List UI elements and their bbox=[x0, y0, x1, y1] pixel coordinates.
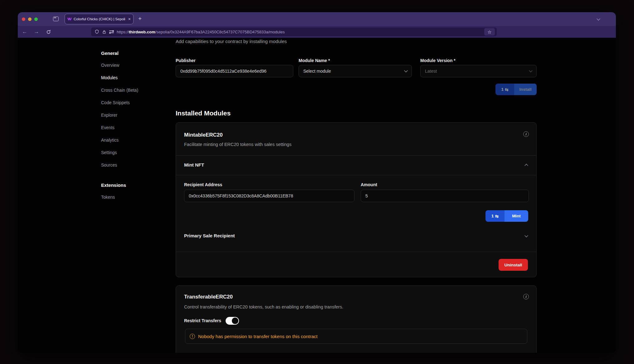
sidebar-item-cross-chain[interactable]: Cross Chain (Beta) bbox=[101, 87, 138, 93]
module-version-label: Module Version * bbox=[420, 57, 456, 64]
divider bbox=[176, 155, 536, 156]
navigation-toolbar: ← → https://thirdweb.com/sepolia/0x3244A… bbox=[18, 26, 616, 38]
sidebar-item-sources[interactable]: Sources bbox=[101, 162, 117, 168]
swap-arrows-icon: ⇆ bbox=[495, 214, 499, 219]
address-bar[interactable]: https://thirdweb.com/sepolia/0x3244A9F67… bbox=[91, 27, 497, 36]
reload-button[interactable] bbox=[44, 26, 53, 38]
window-minimize-button[interactable] bbox=[28, 17, 32, 21]
publisher-label: Publisher bbox=[176, 57, 196, 64]
close-tab-icon[interactable]: × bbox=[128, 17, 131, 21]
star-icon: ☆ bbox=[487, 30, 491, 34]
module-name-select[interactable]: Select module bbox=[299, 65, 412, 77]
module-name-label: Module Name * bbox=[299, 57, 330, 64]
module-description: Control transferability of ERC20 tokens,… bbox=[184, 304, 343, 309]
chevron-up-icon[interactable] bbox=[524, 164, 528, 167]
url-path: /sepolia/0x3244A9F67ba3A22450C8c54737C70… bbox=[155, 30, 285, 34]
chevron-down-icon[interactable] bbox=[524, 234, 528, 237]
chevron-down-icon bbox=[404, 69, 407, 72]
divider bbox=[176, 175, 536, 175]
sidebar-item-code-snippets[interactable]: Code Snippets bbox=[101, 99, 130, 106]
recipient-address-input[interactable] bbox=[184, 190, 354, 202]
url-scheme: https:// bbox=[117, 30, 129, 34]
sidebar-heading-extensions: Extensions bbox=[101, 182, 126, 188]
url-text: https://thirdweb.com/sepolia/0x3244A9F67… bbox=[117, 30, 481, 34]
tab-bar: Colorful Chicks (CHICK) | Sepoli × + bbox=[18, 12, 616, 26]
restrict-transfers-toggle[interactable] bbox=[226, 317, 239, 325]
new-tab-button[interactable]: + bbox=[138, 15, 142, 22]
sidebar-item-modules[interactable]: Modules bbox=[101, 75, 118, 81]
module-card-transferable-erc20: TransferableERC20 i Control transferabil… bbox=[176, 285, 537, 353]
sidebar-heading-general: General bbox=[101, 50, 119, 56]
publisher-input[interactable] bbox=[176, 65, 293, 77]
install-button[interactable]: 1⇆ Install bbox=[495, 84, 537, 95]
alert-circle-icon: ! bbox=[190, 334, 195, 339]
mint-tx-count: 1⇆ bbox=[485, 210, 505, 222]
permission-warning: ! Nobody has permission to transfer toke… bbox=[185, 329, 527, 344]
installed-modules-heading: Installed Modules bbox=[176, 109, 231, 117]
window-controls bbox=[22, 17, 38, 21]
warning-text: Nobody has permission to transfer tokens… bbox=[198, 334, 318, 339]
sidebar-item-explorer[interactable]: Explorer bbox=[101, 112, 117, 118]
tab-title: Colorful Chicks (CHICK) | Sepoli bbox=[74, 17, 126, 21]
module-description: Facilitate minting of ERC20 tokens with … bbox=[184, 142, 291, 147]
screenshot-root: Colorful Chicks (CHICK) | Sepoli × + ← → bbox=[0, 0, 634, 364]
bookmark-star-button[interactable]: ☆ bbox=[484, 28, 495, 36]
module-name: MintableERC20 bbox=[184, 132, 223, 138]
url-domain: thirdweb.com bbox=[129, 30, 155, 34]
mint-button-label: Mint bbox=[505, 210, 528, 222]
swap-arrows-icon: ⇆ bbox=[505, 87, 508, 92]
uninstall-button[interactable]: Uninstall bbox=[499, 259, 528, 271]
info-icon[interactable]: i bbox=[523, 131, 529, 137]
mint-nft-section-header[interactable]: Mint NFT bbox=[184, 162, 204, 167]
module-card-mintable-erc20: MintableERC20 i Facilitate minting of ER… bbox=[176, 122, 537, 277]
install-button-label: Install bbox=[514, 84, 537, 95]
install-tx-count: 1⇆ bbox=[495, 84, 514, 95]
window-zoom-button[interactable] bbox=[34, 17, 38, 21]
module-name-value: Select module bbox=[303, 69, 331, 74]
recipient-address-label: Recipient Address bbox=[184, 182, 222, 187]
module-name: TransferableERC20 bbox=[184, 294, 233, 300]
thirdweb-favicon-icon bbox=[67, 17, 72, 21]
sidebar-item-analytics[interactable]: Analytics bbox=[101, 137, 119, 143]
mint-button[interactable]: 1⇆ Mint bbox=[485, 210, 528, 222]
back-button[interactable]: ← bbox=[20, 26, 29, 38]
page-content: General Overview Modules Cross Chain (Be… bbox=[18, 38, 616, 353]
amount-input[interactable] bbox=[361, 190, 529, 202]
sidebar-item-tokens[interactable]: Tokens bbox=[101, 194, 115, 200]
lock-icon[interactable] bbox=[102, 30, 106, 34]
tab-overflow-chevron-icon[interactable] bbox=[597, 17, 600, 20]
divider bbox=[176, 252, 536, 252]
module-version-value: Latest bbox=[425, 69, 437, 74]
firefox-view-icon[interactable] bbox=[53, 17, 59, 21]
forward-button[interactable]: → bbox=[32, 26, 41, 38]
info-icon[interactable]: i bbox=[523, 294, 529, 299]
sidebar-item-settings[interactable]: Settings bbox=[101, 149, 117, 156]
chevron-down-icon bbox=[529, 69, 532, 72]
sidebar-item-overview[interactable]: Overview bbox=[101, 62, 119, 68]
shield-icon[interactable] bbox=[95, 29, 99, 34]
amount-label: Amount bbox=[361, 182, 377, 187]
browser-window: Colorful Chicks (CHICK) | Sepoli × + ← → bbox=[18, 12, 616, 353]
browser-tab[interactable]: Colorful Chicks (CHICK) | Sepoli × bbox=[65, 14, 134, 24]
sidebar-item-events[interactable]: Events bbox=[101, 124, 115, 131]
permissions-toggles-icon[interactable] bbox=[109, 30, 114, 34]
module-version-select[interactable]: Latest bbox=[420, 65, 537, 77]
modules-intro-text: Add capabilities to your contract by ins… bbox=[176, 39, 287, 44]
primary-sale-recipient-section-header[interactable]: Primary Sale Recipient bbox=[184, 233, 235, 238]
window-close-button[interactable] bbox=[22, 17, 25, 21]
restrict-transfers-label: Restrict Transfers bbox=[184, 318, 221, 323]
toggle-thumb bbox=[232, 318, 238, 324]
